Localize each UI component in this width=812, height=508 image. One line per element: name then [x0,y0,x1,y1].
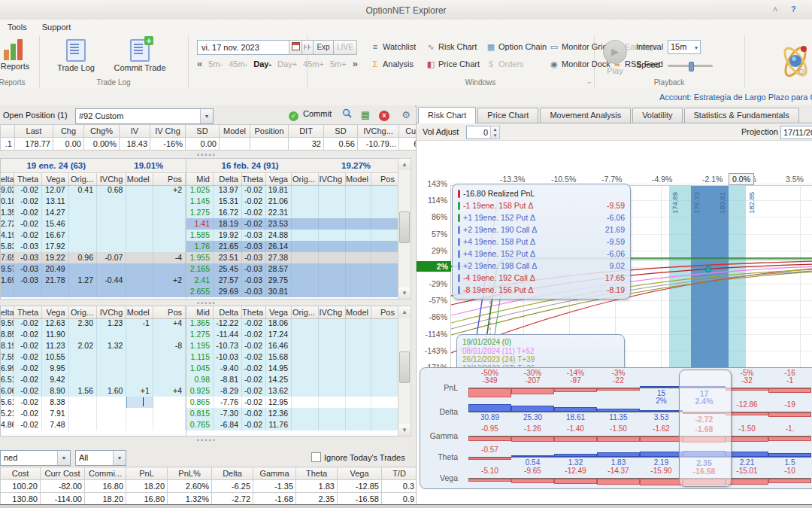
chain-row[interactable]: 1.045-9.40-0.0214.95 [186,363,398,374]
chain-row[interactable] [1,286,186,297]
risk-chart[interactable]: 174.69176.73180.81182.85 -13.3%-10.5%-7.… [417,140,812,367]
chain-row[interactable]: 1.35-0.0214.27 [1,207,186,218]
trade-group-row[interactable]: 130.80-114.0018.2016.801.32%-2.72-1.682.… [1,493,469,506]
nav-5m+[interactable]: 5m+ [330,59,347,68]
nav-45m-[interactable]: 45m- [229,59,247,68]
chain-row[interactable]: 4.86-0.027.48 [1,419,186,430]
chain-row[interactable]: 2.4127.57-0.0329.75 [186,275,398,286]
export-grid-icon[interactable]: ▦ [359,108,372,122]
help-icon[interactable]: ? [791,5,796,14]
chain-row[interactable]: 0.98-8.81-0.0214.25 [186,374,398,385]
menu-item-tools[interactable]: Tools [0,20,35,35]
speed-slider-thumb[interactable] [689,62,694,71]
chain-row[interactable]: 2.16525.45-0.0328.57 [186,263,398,275]
chain-row[interactable]: 1.95523.51-0.0327.38 [186,252,398,263]
nav-5m-[interactable]: 5m- [208,59,223,68]
chain-row[interactable]: 6.06-0.028.901.561.60+1+4 [1,385,186,397]
chain-row[interactable]: 1.365-12.22-0.0218.06 [186,318,398,329]
chain-row[interactable]: 1.02513.97-0.0219.81 [186,184,398,196]
chain-row[interactable]: 2.72-0.0215.46 [1,218,186,230]
position-select[interactable]: #92 Custom▾ [75,108,214,124]
current-price-highlight-box[interactable] [679,370,732,487]
trade-group-row[interactable]: 100.20-82.0016.8018.202.60%-6.25-1.351.8… [1,480,469,493]
windows-button-analysis[interactable]: ΣAnalysis [370,59,414,70]
chain-row[interactable]: 5.21-0.027.91 [1,408,186,419]
commit-button[interactable]: ✓ Commit [289,109,332,121]
trades-filter-all-select[interactable]: All▾ [75,450,126,466]
scroll-up-icon[interactable]: ▲ [398,306,411,318]
chain-row[interactable]: 4.19-0.0216.67 [1,230,186,241]
interval-select[interactable]: 15m▾ [668,40,701,54]
ribbon-collapse-icon[interactable]: ˄ [773,5,777,14]
chain-row[interactable]: 0.10-0.0213.11 [1,196,186,207]
windows-button-risk-chart[interactable]: ∿Risk Chart [426,41,477,53]
chain-row[interactable]: 1.69-0.0321.781.27-0.44+2 [1,275,186,286]
scroll-down-icon[interactable]: ▼ [398,287,411,299]
nav-Day+[interactable]: Day+ [277,59,297,68]
chain-scrollbar[interactable]: ▲ ▼ [398,158,411,300]
chain-row[interactable]: 9.57-0.0320.49 [1,263,186,275]
windows-button-option-chain[interactable]: ▦Option Chain [486,41,547,53]
trade-log-button[interactable]: Trade Log [53,39,99,72]
vol-adjust-input[interactable]: 0 [466,126,491,139]
chain-row[interactable]: 6.99-0.029.95 [1,363,186,374]
scroll-down-icon[interactable]: ▼ [398,424,411,436]
tab-movement-analysis[interactable]: Movement Analysis [540,108,631,123]
scroll-up-icon[interactable]: ▲ [398,159,411,170]
windows-button-watchlist[interactable]: ≡Watchlist [370,41,416,53]
play-button[interactable]: ▶ Play [603,40,627,75]
ignore-todays-trades-checkbox[interactable]: Ignore Today's Trades [311,452,405,462]
fast-forward-icon[interactable]: » [353,58,358,69]
chain-row[interactable]: 0.815-7.30-0.0212.36 [186,408,398,419]
projection-date-input[interactable]: 17/11/20 [780,126,812,139]
search-icon[interactable] [340,108,353,122]
chain-row[interactable]: 5.61-0.028.38 [1,397,186,408]
chain-row[interactable]: 0.865-7.76-0.0212.95 [186,397,398,408]
nav-45m+[interactable]: 45m+ [303,59,324,68]
chain-row[interactable]: 1.14515.31-0.0221.06 [186,196,398,207]
tab-volatility[interactable]: Volatility [632,108,682,123]
commit-trade-button[interactable]: + Commit Trade [108,39,171,72]
vol-adjust-spinner[interactable]: ▲▼ [490,126,500,139]
windows-button-price-chart[interactable]: ◧Price Chart [426,59,480,70]
time-step-button[interactable]: ⊦⊦ [301,40,314,55]
exp-button[interactable]: Exp [313,40,334,55]
trading-date-input[interactable]: vi. 17 nov. 2023 [197,40,292,55]
nav-Day-[interactable]: Day- [253,59,271,68]
tab-price-chart[interactable]: Price Chart [477,108,538,123]
splitter-grip[interactable]: ••••• [197,437,217,444]
speed-slider[interactable] [668,65,713,67]
reports-button[interactable]: Reports [0,39,38,71]
windows-button-orders[interactable]: $Orders [486,59,524,70]
chain-row[interactable]: 1.115-10.03-0.0215.68 [186,351,398,363]
tab-risk-chart[interactable]: Risk Chart [418,107,476,123]
close-position-icon[interactable]: × [377,108,391,122]
chain-row[interactable]: 7.65-0.0319.220.96-0.07-4 [1,252,186,263]
gear-icon[interactable]: ⚙ [399,108,413,122]
trades-filter-select[interactable]: ned▾ [0,450,71,466]
chain-row[interactable]: 9.02-0.0212.070.410.68+2 [1,184,186,196]
chain-row[interactable]: 7.55-0.0210.55 [1,351,186,363]
scrollbar-thumb[interactable] [399,211,410,243]
chain-row[interactable]: 8.85-0.0211.90 [1,329,186,340]
chain-row[interactable]: 1.275-11.44-0.0217.24 [186,329,398,340]
chain-row[interactable]: 2.65529.69-0.0330.81 [186,286,398,297]
chain-row[interactable]: 1.4118.19-0.0223.53 [186,218,398,230]
chain-row[interactable]: 0.765-6.84-0.0211.76 [186,419,398,430]
chain-row[interactable]: 8.19-0.0211.232.021.32-8 [1,340,186,351]
chain-scrollbar[interactable]: ▲ ▼ [398,306,411,437]
calendar-icon[interactable] [289,40,302,55]
chain-row[interactable]: 1.58519.92-0.0324.88 [186,230,398,241]
menu-item-support[interactable]: Support [35,20,79,35]
chain-row[interactable]: 6.51-0.029.42 [1,374,186,385]
scrollbar-thumb[interactable] [399,351,410,383]
chain-row[interactable]: 5.83-0.0317.92 [1,241,186,252]
fast-back-icon[interactable]: « [197,58,202,69]
chain-row[interactable]: 1.195-10.73-0.0216.46 [186,340,398,351]
tab-statistics-fundamentals[interactable]: Statistics & Fundamentals [684,108,799,123]
chain-row[interactable]: 9.59-0.0212.632.301.23-1+4 [1,318,186,329]
chain-row[interactable]: 0.925-8.29-0.0213.62 [186,385,398,397]
live-button[interactable]: LIVE [333,40,357,55]
chain-row[interactable]: 1.27516.72-0.0222.31 [186,207,398,218]
windows-dialog-launcher-icon[interactable]: ⌐ [588,78,592,86]
